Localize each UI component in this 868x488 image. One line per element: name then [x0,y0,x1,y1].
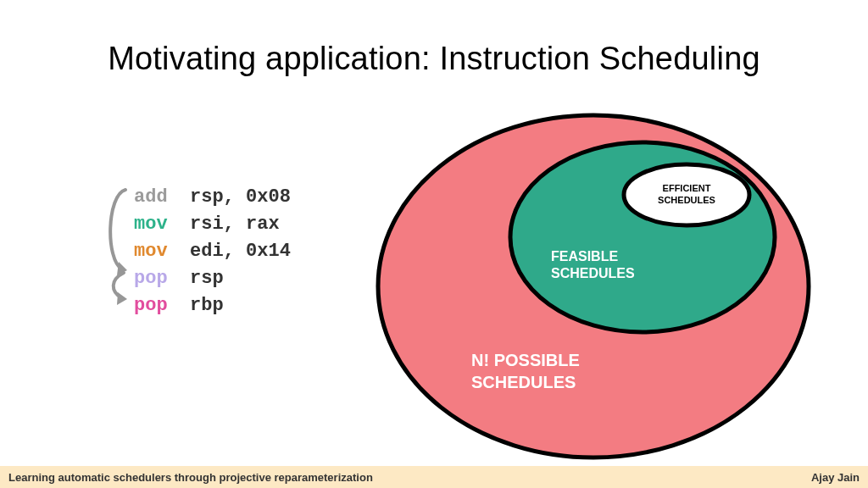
code-line: mov edi, 0x14 [134,238,291,265]
footer-left-text: Learning automatic schedulers through pr… [8,471,373,484]
assembly-code-block: add rsp, 0x08mov rsi, raxmov edi, 0x14po… [134,184,291,319]
code-line: mov rsi, rax [134,211,291,238]
venn-middle-ellipse [510,142,775,332]
code-line: pop rbp [134,292,291,319]
operands: rsp, 0x08 [190,186,291,208]
venn-middle-label-1: FEASIBLE [551,249,618,263]
slide-footer: Learning automatic schedulers through pr… [0,466,868,488]
footer-right-text: Ajay Jain [811,471,860,484]
code-line: pop rsp [134,265,291,292]
mnemonic: mov [134,241,190,262]
operands: rbp [190,295,224,316]
operands: rsp [190,268,224,289]
reorder-arrows-icon [100,185,134,329]
schedules-venn-diagram: N! POSSIBLE SCHEDULES FEASIBLE SCHEDULES… [373,108,814,464]
mnemonic: mov [134,214,190,235]
venn-outer-label-2: SCHEDULES [471,373,576,391]
venn-inner-label-1: EFFICIENT [663,183,711,193]
mnemonic: pop [134,268,190,289]
venn-outer-label-1: N! POSSIBLE [471,351,580,369]
mnemonic: pop [134,295,190,316]
slide-title: Motivating application: Instruction Sche… [0,41,868,77]
code-line: add rsp, 0x08 [134,184,291,211]
venn-inner-label-2: SCHEDULES [658,195,715,205]
slide: Motivating application: Instruction Sche… [0,0,868,488]
mnemonic: add [134,186,190,208]
venn-middle-label-2: SCHEDULES [551,266,635,280]
operands: rsi, rax [190,214,280,235]
operands: edi, 0x14 [190,241,291,262]
